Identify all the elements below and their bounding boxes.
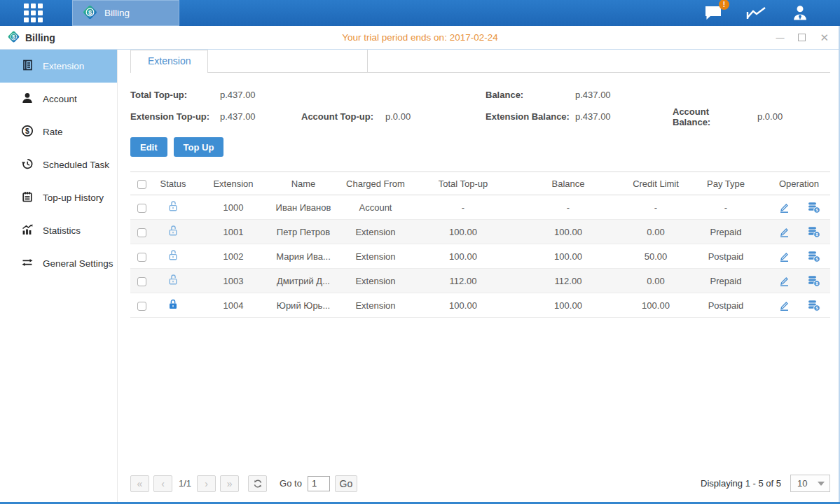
lock-open-icon [167,277,179,288]
window-title-bar: Your trial period ends on: 2017-02-24 $ … [0,26,840,50]
extension-balance-label: Extension Balance: [486,111,575,122]
row-checkbox[interactable] [137,204,146,213]
total-topup: - [418,195,509,220]
topup-history-notepad-icon [21,190,34,205]
total-topup: 100.00 [418,220,509,244]
svg-text:$: $ [815,232,818,237]
col-operation: Operation [768,172,830,195]
balance: 100.00 [509,244,628,269]
total-topup-value: p.437.00 [220,90,256,100]
row-checkbox[interactable] [137,302,146,311]
sidebar-item-rate[interactable]: $ Rate [0,115,117,148]
messages-icon[interactable]: ! [703,4,724,22]
top-up-extension-icon[interactable]: $ [807,275,820,287]
pay-type: - [684,195,768,220]
extension-name: Иван Иванов [273,195,333,220]
svg-text:$: $ [25,127,29,135]
top-up-extension-icon[interactable]: $ [807,226,820,238]
extensions-table: Status Extension Name Charged From Total… [130,172,830,318]
top-up-extension-icon[interactable]: $ [807,300,820,312]
maximize-icon[interactable] [798,34,806,41]
goto-page-input[interactable] [308,476,330,491]
resource-monitor-icon[interactable] [746,4,767,22]
charged-from: Extension [333,220,418,244]
balance-value: p.437.00 [575,90,611,100]
table-row: 1001Петр ПетровExtension100.00100.000.00… [130,220,830,244]
row-checkbox[interactable] [137,277,146,286]
svg-text:$: $ [815,281,818,286]
top-app-bar: $ Billing ! [0,0,840,26]
pay-type: Prepaid [684,269,768,293]
account-balance-value: p.0.00 [757,111,783,122]
notification-badge: ! [719,0,729,10]
sidebar: Extension Account $ Rate [0,50,118,502]
sidebar-item-account[interactable]: Account [0,83,117,115]
rate-dollar-icon: $ [21,125,34,139]
tab-extension[interactable]: Extension [130,50,208,73]
edit-extension-icon[interactable] [778,275,790,287]
minimize-icon[interactable]: — [776,34,784,42]
top-up-extension-icon[interactable]: $ [807,202,820,214]
table-header-row: Status Extension Name Charged From Total… [130,172,830,195]
table-row: 1000Иван ИвановAccount----$ [130,195,830,220]
col-charged-from: Charged From [333,172,418,195]
scheduled-task-clock-icon [21,158,34,172]
sidebar-item-extension[interactable]: Extension [0,50,117,83]
extension-topup-label: Extension Top-up: [130,111,220,122]
user-account-icon[interactable] [790,4,811,22]
extension-number: 1004 [193,293,273,318]
sidebar-item-label: Extension [43,61,84,71]
total-topup: 100.00 [418,293,509,318]
pagination-bar: « ‹ 1/1 › » Go to Go Displaying 1 - 5 of… [130,475,830,492]
billing-app-tab[interactable]: $ Billing [72,0,179,26]
extension-ledger-icon [21,59,34,74]
balance: 100.00 [509,220,628,244]
top-up-extension-icon[interactable]: $ [807,251,820,262]
lock-open-icon [167,204,179,214]
table-row: 1003Дмитрий Д...Extension112.00112.000.0… [130,269,830,293]
edit-button[interactable]: Edit [130,137,167,157]
select-all-checkbox[interactable] [137,180,146,189]
tab-strip-rest [368,50,830,73]
prev-page-button[interactable]: ‹ [153,475,172,492]
statistics-chart-icon [21,223,34,238]
extension-balance-value: p.437.00 [575,111,673,122]
svg-text:$: $ [88,8,92,15]
sidebar-item-general-settings[interactable]: General Settings [0,247,117,280]
total-topup-label: Total Top-up: [130,90,220,100]
extension-number: 1001 [193,220,273,244]
pay-type: Postpaid [684,244,768,269]
page-size-select[interactable]: 10 [790,475,830,492]
refresh-button[interactable] [248,475,267,492]
sidebar-item-topup-history[interactable]: Top-up History [0,181,117,214]
billing-app-tab-label: Billing [104,8,130,18]
edit-extension-icon[interactable] [778,300,790,312]
billing-diamond-icon: $ [7,30,20,46]
row-checkbox[interactable] [137,253,146,262]
close-icon[interactable]: ✕ [820,32,829,43]
next-page-button[interactable]: › [197,475,216,492]
sidebar-item-statistics[interactable]: Statistics [0,214,117,247]
balance-label: Balance: [486,90,575,100]
sidebar-item-scheduled-task[interactable]: Scheduled Task [0,148,117,181]
edit-extension-icon[interactable] [778,202,790,214]
col-total-topup: Total Top-up [418,172,509,195]
go-button[interactable]: Go [335,475,357,492]
charged-from: Account [333,195,418,220]
row-checkbox[interactable] [137,228,146,237]
edit-extension-icon[interactable] [778,251,790,262]
extension-name: Юрий Юрь... [273,293,333,318]
app-launcher-icon[interactable] [24,4,43,22]
top-up-button[interactable]: Top Up [174,137,224,157]
lock-open-icon [167,253,179,263]
pay-type: Postpaid [684,293,768,318]
summary-panel: Total Top-up: p.437.00 Extension Top-up:… [130,84,830,127]
svg-text:$: $ [815,207,818,212]
charged-from: Extension [333,244,418,269]
edit-extension-icon[interactable] [778,226,790,238]
credit-limit: - [628,195,684,220]
extension-number: 1000 [193,195,273,220]
svg-text:$: $ [12,34,15,40]
first-page-button[interactable]: « [130,475,149,492]
last-page-button[interactable]: » [220,475,239,492]
